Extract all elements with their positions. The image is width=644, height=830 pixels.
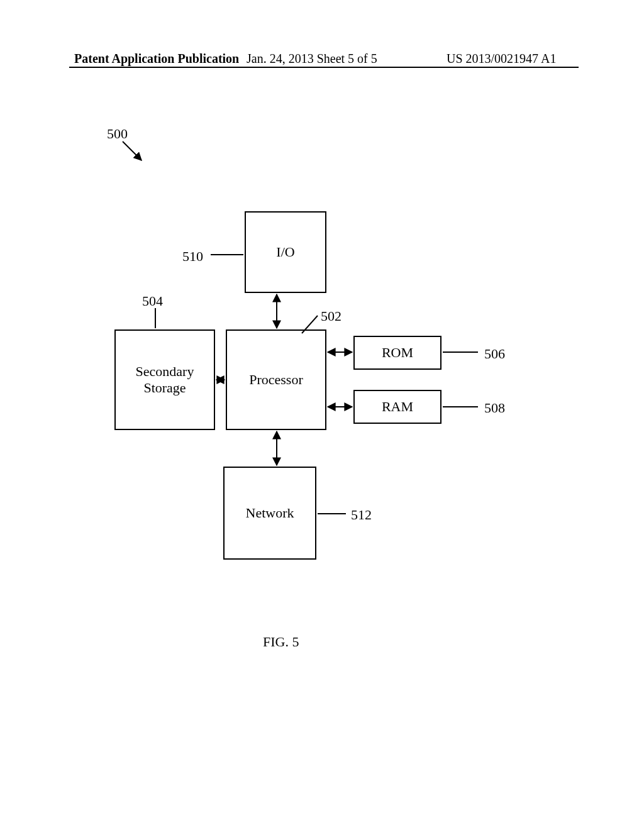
network-label: Network [246, 505, 294, 521]
processor-label: Processor [249, 372, 303, 388]
ram-label: RAM [382, 399, 413, 415]
rom-block: ROM [353, 336, 441, 370]
processor-block: Processor [226, 329, 326, 430]
figure-caption: FIG. 5 [263, 634, 299, 650]
ref-504: 504 [142, 293, 163, 309]
network-block: Network [223, 467, 316, 560]
leader-500 [123, 141, 142, 160]
ref-508: 508 [484, 400, 505, 416]
ref-500: 500 [107, 126, 128, 142]
block-diagram: I/O Processor Secondary Storage ROM RAM … [0, 0, 644, 830]
rom-label: ROM [382, 345, 413, 361]
io-label: I/O [276, 244, 294, 260]
secondary-storage-block: Secondary Storage [114, 329, 215, 430]
ref-512: 512 [351, 507, 372, 523]
io-block: I/O [245, 211, 326, 293]
ram-block: RAM [353, 390, 441, 424]
secondary-storage-label: Secondary Storage [136, 363, 194, 396]
ref-510: 510 [182, 248, 203, 265]
ref-506: 506 [484, 346, 505, 362]
ref-502: 502 [321, 308, 341, 324]
